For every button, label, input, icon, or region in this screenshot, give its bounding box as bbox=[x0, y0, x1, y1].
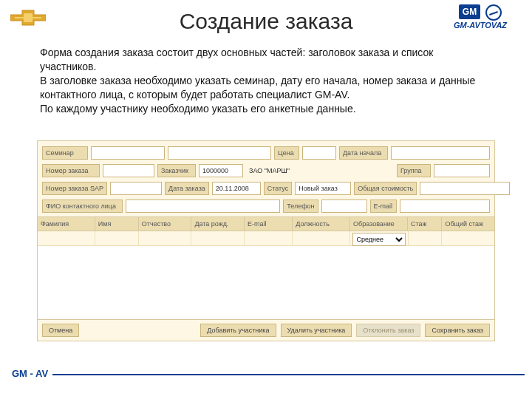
customer-code-input[interactable] bbox=[199, 164, 243, 177]
contact-fio-input[interactable] bbox=[126, 200, 280, 213]
th-education[interactable]: Образование bbox=[350, 217, 408, 231]
order-date-input[interactable] bbox=[212, 182, 261, 195]
label-status: Статус bbox=[264, 182, 292, 195]
intro-paragraph-2: В заголовке заказа необходимо указать се… bbox=[40, 74, 492, 102]
cancel-button[interactable]: Отмена bbox=[42, 324, 79, 337]
th-birth[interactable]: Дата рожд. bbox=[191, 217, 245, 231]
label-contact-fio: ФИО контактного лица bbox=[42, 200, 123, 213]
label-seminar: Семинар bbox=[42, 146, 88, 160]
label-price: Цена bbox=[274, 146, 299, 160]
order-sap-input[interactable] bbox=[110, 182, 162, 195]
save-order-button[interactable]: Сохранить заказ bbox=[425, 324, 490, 337]
email-input[interactable] bbox=[400, 200, 490, 213]
label-email: E-mail bbox=[370, 200, 397, 213]
th-total-experience[interactable]: Общий стаж bbox=[442, 217, 494, 231]
seminar-code-input[interactable] bbox=[91, 146, 165, 160]
label-order-sap: Номер заказа SAP bbox=[42, 182, 107, 195]
th-position[interactable]: Должность bbox=[293, 217, 350, 231]
label-customer: Заказчик bbox=[157, 164, 196, 177]
intro-text: Форма создания заказа состоит двух основ… bbox=[40, 46, 492, 115]
label-group: Группа bbox=[397, 164, 431, 177]
th-experience[interactable]: Стаж bbox=[408, 217, 443, 231]
education-select[interactable]: Среднее bbox=[352, 233, 405, 246]
order-header: Семинар Цена Дата начала Номер заказа За… bbox=[38, 141, 494, 216]
add-participant-button[interactable]: Добавить участника bbox=[200, 324, 276, 337]
label-start-date: Дата начала bbox=[339, 146, 388, 160]
group-input[interactable] bbox=[434, 164, 490, 177]
participants-grid-body bbox=[38, 246, 494, 320]
label-phone: Телефон bbox=[283, 200, 318, 213]
decline-order-button: Отклонить заказ bbox=[356, 324, 420, 337]
start-date-input[interactable] bbox=[391, 146, 490, 160]
order-no-input[interactable] bbox=[103, 164, 154, 177]
th-name[interactable]: Имя bbox=[95, 217, 139, 231]
footer-gmav-text: GM - AV bbox=[7, 368, 52, 379]
page-footer: GM - AV bbox=[7, 374, 525, 392]
status-input[interactable] bbox=[295, 182, 351, 195]
form-footer-bar: Отмена Добавить участника Удалить участн… bbox=[38, 320, 494, 341]
customer-name-text: ЗАО "МАРШ" bbox=[246, 167, 293, 174]
label-order-date: Дата заказа bbox=[165, 182, 209, 195]
total-cost-input[interactable] bbox=[420, 182, 510, 195]
order-form-panel: Семинар Цена Дата начала Номер заказа За… bbox=[37, 140, 495, 341]
intro-paragraph-1: Форма создания заказа состоит двух основ… bbox=[40, 46, 492, 74]
seminar-name-input[interactable] bbox=[168, 146, 271, 160]
th-patronymic[interactable]: Отчество bbox=[139, 217, 192, 231]
table-row[interactable]: Среднее bbox=[38, 231, 494, 246]
intro-paragraph-3: По каждому участнику необходимо указать … bbox=[40, 102, 492, 116]
delete-participant-button[interactable]: Удалить участника bbox=[281, 324, 352, 337]
label-total-cost: Общая стоимость bbox=[354, 182, 417, 195]
th-email[interactable]: E-mail bbox=[245, 217, 293, 231]
participants-table-header: Фамилия Имя Отчество Дата рожд. E-mail Д… bbox=[38, 216, 494, 231]
phone-input[interactable] bbox=[321, 200, 367, 213]
page-title: Создание заказа bbox=[0, 9, 532, 34]
th-surname[interactable]: Фамилия bbox=[38, 217, 95, 231]
price-input[interactable] bbox=[302, 146, 336, 160]
label-order-no: Номер заказа bbox=[42, 164, 100, 177]
